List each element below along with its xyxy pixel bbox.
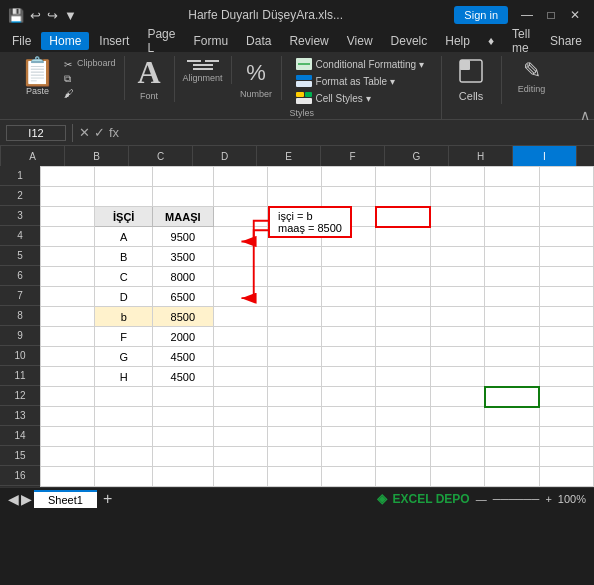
cell-h9[interactable]: [430, 327, 484, 347]
redo-icon[interactable]: ↪: [47, 8, 58, 23]
cell-g16[interactable]: [376, 467, 430, 487]
cell-c9[interactable]: 2000: [153, 327, 213, 347]
cell-h11[interactable]: [430, 367, 484, 387]
cell-b16[interactable]: [95, 467, 153, 487]
menu-formulas[interactable]: Formu: [185, 32, 236, 50]
menu-insert[interactable]: Insert: [91, 32, 137, 50]
cell-g4[interactable]: [376, 227, 430, 247]
cell-b13[interactable]: [95, 407, 153, 427]
add-sheet-button[interactable]: +: [103, 490, 112, 508]
cell-h14[interactable]: [430, 427, 484, 447]
cell-j16[interactable]: [539, 467, 593, 487]
customize-icon[interactable]: ▼: [64, 8, 77, 23]
cell-j8[interactable]: [539, 307, 593, 327]
next-sheet-button[interactable]: ▶: [21, 491, 32, 507]
fx-icon[interactable]: fx: [109, 125, 119, 140]
cell-i15[interactable]: [485, 447, 539, 467]
cell-h4[interactable]: [430, 227, 484, 247]
zoom-out-button[interactable]: —: [476, 493, 487, 505]
cell-j13[interactable]: [539, 407, 593, 427]
cell-j7[interactable]: [539, 287, 593, 307]
menu-share[interactable]: Share: [542, 32, 590, 50]
cell-c5[interactable]: 3500: [153, 247, 213, 267]
cell-d8[interactable]: [213, 307, 267, 327]
editing-button[interactable]: ✎ Editing: [512, 56, 552, 96]
cell-i2[interactable]: [485, 187, 539, 207]
cell-j2[interactable]: [539, 187, 593, 207]
cell-f6[interactable]: [322, 267, 376, 287]
cell-a1[interactable]: [41, 167, 95, 187]
menu-diamond[interactable]: ♦: [480, 32, 502, 50]
cell-a12[interactable]: [41, 387, 95, 407]
cell-g3[interactable]: [376, 207, 430, 227]
cell-f10[interactable]: [322, 347, 376, 367]
cells-button[interactable]: Cells: [452, 56, 490, 104]
cell-i11[interactable]: [485, 367, 539, 387]
format-as-table-button[interactable]: Format as Table ▾: [290, 73, 430, 89]
cell-j3[interactable]: [539, 207, 593, 227]
cell-i5[interactable]: [485, 247, 539, 267]
menu-data[interactable]: Data: [238, 32, 279, 50]
cell-c11[interactable]: 4500: [153, 367, 213, 387]
cell-b1[interactable]: [95, 167, 153, 187]
cell-i13[interactable]: [485, 407, 539, 427]
cell-c7[interactable]: 6500: [153, 287, 213, 307]
cell-d11[interactable]: [213, 367, 267, 387]
cell-d15[interactable]: [213, 447, 267, 467]
cell-b7[interactable]: D: [95, 287, 153, 307]
zoom-in-button[interactable]: +: [545, 493, 551, 505]
cell-e16[interactable]: [267, 467, 321, 487]
cell-f11[interactable]: [322, 367, 376, 387]
cell-c8[interactable]: 8500: [153, 307, 213, 327]
cell-c10[interactable]: 4500: [153, 347, 213, 367]
cell-a3[interactable]: [41, 207, 95, 227]
cell-f5[interactable]: [322, 247, 376, 267]
cell-b5[interactable]: B: [95, 247, 153, 267]
cell-a15[interactable]: [41, 447, 95, 467]
cell-j10[interactable]: [539, 347, 593, 367]
cancel-icon[interactable]: ✕: [79, 125, 90, 140]
cell-i16[interactable]: [485, 467, 539, 487]
cell-c3-header[interactable]: MAAŞI: [153, 207, 213, 227]
cell-b11[interactable]: H: [95, 367, 153, 387]
cell-c2[interactable]: [153, 187, 213, 207]
cell-e15[interactable]: [267, 447, 321, 467]
cell-f16[interactable]: [322, 467, 376, 487]
cell-e9[interactable]: [267, 327, 321, 347]
cell-j11[interactable]: [539, 367, 593, 387]
cell-a4[interactable]: [41, 227, 95, 247]
cell-d9[interactable]: [213, 327, 267, 347]
cell-e8[interactable]: [267, 307, 321, 327]
cell-f8[interactable]: [322, 307, 376, 327]
cell-j9[interactable]: [539, 327, 593, 347]
menu-help[interactable]: Help: [437, 32, 478, 50]
cell-f7[interactable]: [322, 287, 376, 307]
cell-g15[interactable]: [376, 447, 430, 467]
cell-f14[interactable]: [322, 427, 376, 447]
cell-g9[interactable]: [376, 327, 430, 347]
cell-b2[interactable]: [95, 187, 153, 207]
format-painter-button[interactable]: 🖌: [61, 87, 77, 100]
cell-j4[interactable]: [539, 227, 593, 247]
cell-c6[interactable]: 8000: [153, 267, 213, 287]
cell-e1[interactable]: [267, 167, 321, 187]
cell-a7[interactable]: [41, 287, 95, 307]
cell-b8[interactable]: b: [95, 307, 153, 327]
cell-b4[interactable]: A: [95, 227, 153, 247]
cell-e6[interactable]: [267, 267, 321, 287]
cell-g11[interactable]: [376, 367, 430, 387]
zoom-slider[interactable]: ──────: [493, 493, 540, 505]
cell-f15[interactable]: [322, 447, 376, 467]
cell-h12[interactable]: [430, 387, 484, 407]
cell-b15[interactable]: [95, 447, 153, 467]
cell-f2[interactable]: [322, 187, 376, 207]
cell-f12[interactable]: [322, 387, 376, 407]
cell-b9[interactable]: F: [95, 327, 153, 347]
cell-e5[interactable]: [267, 247, 321, 267]
cell-a16[interactable]: [41, 467, 95, 487]
cell-f13[interactable]: [322, 407, 376, 427]
cell-c4[interactable]: 9500: [153, 227, 213, 247]
conditional-formatting-button[interactable]: Conditional Formatting ▾: [290, 56, 430, 72]
cell-h10[interactable]: [430, 347, 484, 367]
cell-d5[interactable]: [213, 247, 267, 267]
